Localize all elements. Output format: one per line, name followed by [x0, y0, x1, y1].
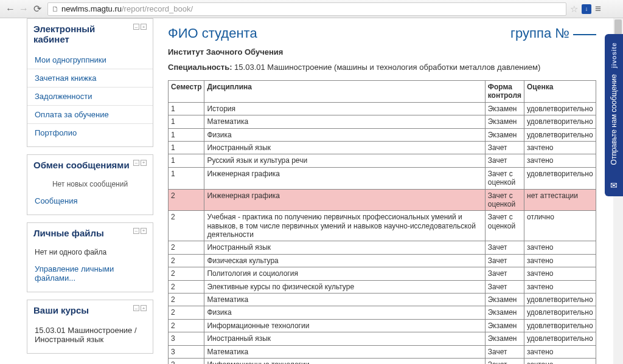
cell-form: Зачет с оценкой	[485, 167, 524, 189]
block-title: Электронный кабинет	[33, 24, 133, 45]
sidebar-link-messages[interactable]: Сообщения	[27, 192, 153, 210]
cell-disc: Физическая культура	[204, 254, 485, 267]
block-title: Ваши курсы	[33, 305, 89, 315]
cell-grade: зачтено	[524, 345, 596, 358]
cell-grade: удовлетворительно	[524, 102, 596, 115]
collapse-icon[interactable]: –	[133, 24, 139, 30]
cell-sem: 1	[169, 167, 204, 189]
cell-form: Зачет	[485, 241, 524, 254]
cell-form: Зачет	[485, 267, 524, 280]
reload-button[interactable]: ⟳	[30, 2, 44, 16]
cell-grade: зачтено	[524, 267, 596, 280]
col-discipline: Дисциплина	[204, 81, 485, 103]
cell-disc: История	[204, 102, 485, 115]
page-icon: 🗋	[52, 5, 59, 13]
collapse-icon[interactable]: –	[133, 305, 139, 311]
cell-grade: зачтено	[524, 154, 596, 167]
cell-sem: 1	[169, 115, 204, 128]
url-bar[interactable]: 🗋 newlms.magtu.ru/report/record_book/	[47, 2, 566, 16]
chat-brand: jivosite	[610, 40, 618, 70]
cell-disc: Инженерная графика	[204, 189, 485, 211]
cell-form: Зачет	[485, 345, 524, 358]
table-row: 1ФизикаЭкзаменудовлетворительно	[169, 128, 596, 141]
cell-sem: 2	[169, 241, 204, 254]
cell-form: Экзамен	[485, 102, 524, 115]
sidebar-link[interactable]: Портфолио	[27, 124, 153, 142]
cell-sem: 2	[169, 211, 204, 241]
envelope-icon: ✉	[610, 180, 618, 190]
sidebar-link[interactable]: Зачетная книжка	[27, 69, 153, 87]
block-files: Личные файлы – + Нет ни одного файла Упр…	[27, 222, 153, 292]
cell-disc: Физика	[204, 128, 485, 141]
cell-grade: отлично	[524, 211, 596, 241]
cell-disc: Физика	[204, 306, 485, 319]
table-row: 2Иностранный языкЗачетзачтено	[169, 241, 596, 254]
settings-icon[interactable]: +	[141, 24, 147, 30]
table-header-row: Семестр Дисциплина Форма контроля Оценка	[169, 81, 596, 103]
block-courses: Ваши курсы – + 15.03.01 Машиностроение /…	[27, 300, 153, 354]
url-path: /report/record_book/	[122, 4, 193, 13]
collapse-icon[interactable]: –	[133, 228, 139, 234]
url-host: newlms.magtu.ru	[61, 4, 122, 13]
cell-form: Экзамен	[485, 115, 524, 128]
cell-grade: удовлетворительно	[524, 167, 596, 189]
col-semester: Семестр	[169, 81, 204, 103]
cell-disc: Иностранный язык	[204, 241, 485, 254]
cell-disc: Русский язык и культура речи	[204, 154, 485, 167]
chat-widget[interactable]: jivosite Отправьте нам сообщение ✉	[605, 34, 623, 196]
cell-grade: зачтено	[524, 358, 596, 364]
sidebar-link-managefiles[interactable]: Управление личными файлами...	[27, 260, 153, 287]
grades-table: Семестр Дисциплина Форма контроля Оценка…	[168, 80, 596, 364]
student-fio: ФИО студента	[168, 26, 257, 41]
back-button[interactable]: ←	[4, 2, 17, 16]
col-grade: Оценка	[524, 81, 596, 103]
group-label: группа №	[510, 26, 596, 41]
cell-sem: 2	[169, 280, 204, 293]
download-icon[interactable]: ↓	[582, 4, 591, 14]
settings-icon[interactable]: +	[141, 305, 147, 311]
table-row: 1Русский язык и культура речиЗачетзачтен…	[169, 154, 596, 167]
cell-sem: 3	[169, 358, 204, 364]
sidebar-link[interactable]: Задолженности	[27, 88, 153, 105]
block-messages: Обмен сообщениями – + Нет новых сообщени…	[27, 154, 153, 215]
cell-grade: зачтено	[524, 280, 596, 293]
forward-button[interactable]: →	[17, 2, 30, 16]
table-row: 2Физическая культураЗачетзачтено	[169, 254, 596, 267]
cell-form: Зачет с оценкой	[485, 211, 524, 241]
course-link[interactable]: 15.03.01 Машиностроение / Иностранный яз…	[27, 321, 153, 348]
main-content: ФИО студента группа № Институт Заочного …	[159, 18, 596, 364]
cell-disc: Иностранный язык	[204, 332, 485, 345]
table-row: 3МатематикаЗачетзачтено	[169, 345, 596, 358]
page-header: ФИО студента группа №	[168, 23, 596, 47]
cell-sem: 1	[169, 141, 204, 154]
cell-disc: Инженерная графика	[204, 167, 485, 189]
cell-grade: нет аттестации	[524, 189, 596, 211]
settings-icon[interactable]: +	[141, 160, 147, 166]
browser-menu-icon[interactable]: ≡	[595, 3, 601, 15]
sidebar-link[interactable]: Мои одногруппники	[27, 51, 153, 69]
cell-sem: 2	[169, 189, 204, 211]
sidebar: Электронный кабинет – + Мои одногруппник…	[27, 18, 159, 364]
sidebar-link[interactable]: Оплата за обучение	[27, 106, 153, 123]
collapse-icon[interactable]: –	[133, 160, 139, 166]
cell-disc: Математика	[204, 294, 485, 306]
cell-form: Экзамен	[485, 306, 524, 319]
cell-form: Зачет	[485, 141, 524, 154]
cell-sem: 2	[169, 254, 204, 267]
cell-form: Экзамен	[485, 128, 524, 141]
table-row: 1МатематикаЭкзаменудовлетворительно	[169, 115, 596, 128]
col-form: Форма контроля	[485, 81, 524, 103]
settings-icon[interactable]: +	[141, 228, 147, 234]
bookmark-icon[interactable]: ☆	[570, 4, 578, 15]
cell-grade: удовлетворительно	[524, 294, 596, 306]
cell-grade: удовлетворительно	[524, 128, 596, 141]
cell-sem: 2	[169, 319, 204, 332]
table-row: 2МатематикаЭкзаменудовлетворительно	[169, 294, 596, 306]
cell-grade: зачтено	[524, 241, 596, 254]
cell-disc: Иностранный язык	[204, 141, 485, 154]
cell-sem: 3	[169, 345, 204, 358]
cell-sem: 3	[169, 332, 204, 345]
cell-grade: удовлетворительно	[524, 332, 596, 345]
table-row: 2ФизикаЭкзаменудовлетворительно	[169, 306, 596, 319]
cell-form: Зачет с оценкой	[485, 189, 524, 211]
